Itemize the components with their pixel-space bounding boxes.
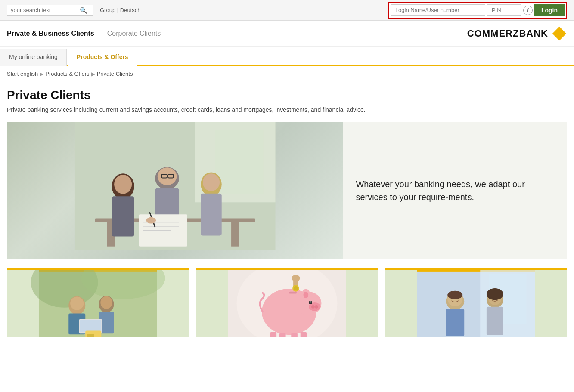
- svg-point-51: [304, 292, 309, 299]
- svg-rect-70: [487, 307, 503, 335]
- corporate-clients-tab[interactable]: Corporate Clients: [107, 30, 161, 37]
- cards-row: [7, 268, 567, 337]
- hero-image-svg: [7, 122, 343, 250]
- logo-icon: [552, 26, 567, 41]
- hero-quote: Whatever your banking needs, we adapt ou…: [356, 178, 554, 204]
- svg-rect-3: [215, 130, 264, 194]
- svg-point-49: [310, 302, 312, 303]
- svg-rect-38: [87, 334, 94, 337]
- svg-point-58: [292, 275, 300, 282]
- card-3[interactable]: [385, 268, 567, 337]
- svg-point-68: [447, 291, 462, 299]
- top-bar-left: 🔍 Group | Deutsch: [7, 5, 140, 16]
- svg-rect-66: [446, 309, 464, 336]
- svg-point-31: [70, 296, 84, 310]
- top-links: Group | Deutsch: [100, 7, 140, 13]
- logo-area: COMMERZBANK: [467, 26, 567, 41]
- card-1-image: [7, 270, 189, 337]
- svg-point-34: [100, 296, 112, 309]
- svg-point-9: [114, 175, 132, 194]
- breadcrumb-sep-1: ▶: [40, 71, 43, 77]
- svg-marker-0: [552, 27, 566, 40]
- svg-rect-53: [270, 332, 277, 337]
- svg-rect-36: [80, 320, 102, 332]
- svg-point-24: [146, 217, 156, 224]
- svg-point-60: [294, 286, 298, 290]
- svg-rect-52: [289, 292, 297, 294]
- hero-text-box: Whatever your banking needs, we adapt ou…: [343, 122, 567, 259]
- breadcrumb-products[interactable]: Products & Offers: [45, 71, 89, 77]
- svg-rect-55: [291, 333, 298, 337]
- svg-rect-8: [112, 196, 134, 236]
- login-pin-input[interactable]: [487, 4, 521, 16]
- group-link[interactable]: Group: [100, 7, 115, 13]
- page-description: Private banking services including curre…: [7, 106, 567, 113]
- language-link[interactable]: Deutsch: [120, 7, 141, 13]
- search-input[interactable]: [11, 7, 80, 13]
- svg-point-72: [487, 288, 503, 300]
- search-box: 🔍: [7, 5, 93, 16]
- search-button[interactable]: 🔍: [80, 7, 87, 14]
- card-2-image: [196, 270, 378, 337]
- card-3-image: [385, 270, 567, 337]
- tab-my-online-banking[interactable]: My online banking: [0, 49, 67, 66]
- hero-section: Whatever your banking needs, we adapt ou…: [7, 122, 567, 259]
- breadcrumb-current: Private Clients: [97, 71, 133, 77]
- card-1[interactable]: [7, 268, 189, 337]
- svg-rect-17: [201, 194, 221, 236]
- main-content: Private Clients Private banking services…: [0, 81, 574, 344]
- svg-rect-6: [231, 222, 239, 247]
- card-2[interactable]: [196, 268, 378, 337]
- hero-image: [7, 122, 343, 259]
- login-username-input[interactable]: [391, 4, 485, 16]
- svg-point-47: [315, 305, 318, 309]
- svg-point-18: [203, 173, 220, 191]
- private-business-clients-tab[interactable]: Private & Business Clients: [7, 30, 94, 37]
- login-area: i Login: [388, 2, 567, 19]
- info-button[interactable]: i: [523, 6, 533, 15]
- top-bar: 🔍 Group | Deutsch i Login: [0, 0, 574, 21]
- client-tabs: Private & Business Clients Corporate Cli…: [7, 30, 161, 37]
- tab-strip: My online banking Products & Offers: [0, 47, 574, 66]
- svg-rect-56: [301, 332, 307, 337]
- svg-point-46: [311, 305, 315, 309]
- breadcrumb-sep-2: ▶: [91, 71, 95, 77]
- page-title: Private Clients: [7, 88, 567, 102]
- nav-bar: Private & Business Clients Corporate Cli…: [0, 21, 574, 47]
- breadcrumb: Start english ▶ Products & Offers ▶ Priv…: [0, 66, 574, 81]
- breadcrumb-start[interactable]: Start english: [7, 71, 38, 77]
- link-separator: |: [117, 7, 120, 13]
- login-button[interactable]: Login: [534, 4, 565, 16]
- logo-text: COMMERZBANK: [467, 28, 548, 39]
- svg-rect-54: [279, 333, 286, 337]
- tab-products-offers[interactable]: Products & Offers: [68, 49, 137, 66]
